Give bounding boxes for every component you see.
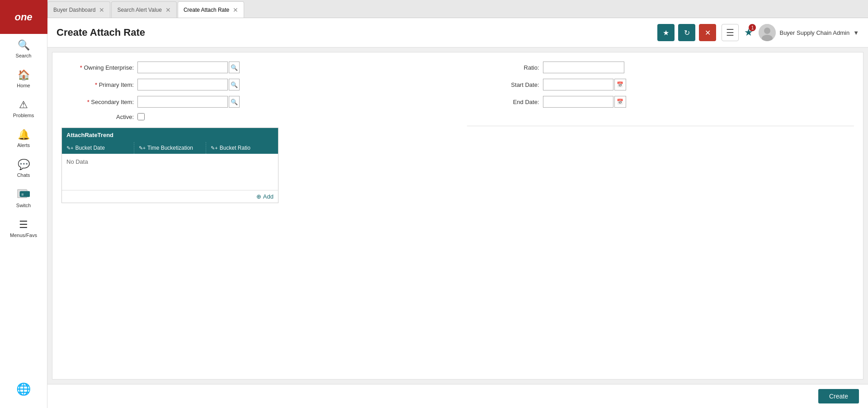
switch-icon: ≡ xyxy=(17,189,30,201)
tab-close-buyer-dashboard[interactable]: ✕ xyxy=(99,6,104,14)
search-icon-owning: 🔍 xyxy=(231,64,238,71)
form-section: * Owning Enterprise: 🔍 * Primary Item: xyxy=(61,62,854,203)
no-data-text: No Data xyxy=(66,158,88,165)
required-marker: * xyxy=(95,81,97,88)
end-date-calendar-button[interactable]: 📅 xyxy=(614,96,626,108)
end-date-input[interactable] xyxy=(543,96,613,108)
app-logo[interactable]: one xyxy=(0,0,47,34)
ratio-label: Ratio: xyxy=(467,64,539,71)
start-date-calendar-button[interactable]: 📅 xyxy=(614,79,626,90)
section-divider xyxy=(467,126,854,126)
menu-icon: ☰ xyxy=(19,219,28,231)
sidebar: one 🔍 Search 🏠 Home ⚠ Problems 🔔 Alerts … xyxy=(0,0,47,408)
primary-item-row: * Primary Item: 🔍 xyxy=(61,79,449,90)
primary-item-input[interactable] xyxy=(137,79,228,90)
sidebar-item-search[interactable]: 🔍 Search xyxy=(0,34,47,64)
calendar-icon-end: 📅 xyxy=(617,99,623,105)
page-footer: Create xyxy=(47,384,868,408)
create-button[interactable]: Create xyxy=(818,389,859,403)
start-date-row: Start Date: 📅 xyxy=(467,79,854,90)
favorite-button[interactable]: ★ xyxy=(657,24,675,41)
required-marker: * xyxy=(80,64,82,71)
sidebar-item-label-switch: Switch xyxy=(16,203,31,208)
close-button[interactable]: ✕ xyxy=(699,24,716,41)
col-label-bucket-ratio: Bucket Ratio xyxy=(220,145,250,151)
sidebar-item-chats[interactable]: 💬 Chats xyxy=(0,153,47,183)
sidebar-item-problems[interactable]: ⚠ Problems xyxy=(0,94,47,123)
owning-enterprise-row: * Owning Enterprise: 🔍 xyxy=(61,62,449,73)
tab-buyer-dashboard[interactable]: Buyer Dashboard ✕ xyxy=(47,1,110,18)
notification-badge: 1 xyxy=(749,24,756,31)
svg-text:≡: ≡ xyxy=(21,192,24,197)
tab-label-create-attach-rate: Create Attach Rate xyxy=(184,7,229,13)
edit-icon-bucket-date: ✎+ xyxy=(66,145,73,151)
header-right: ★ ↻ ✕ ☰ ★ 1 Buyer Supply Chain xyxy=(657,24,859,41)
logo-text: one xyxy=(14,11,32,23)
secondary-item-row: * Secondary Item: 🔍 xyxy=(61,96,449,108)
sidebar-item-alerts[interactable]: 🔔 Alerts xyxy=(0,123,47,153)
search-icon: 🔍 xyxy=(18,39,30,51)
sidebar-item-label-alerts: Alerts xyxy=(17,142,30,148)
sidebar-item-label-search: Search xyxy=(16,53,32,58)
page-header: Create Attach Rate ★ ↻ ✕ ☰ ★ 1 xyxy=(47,18,868,47)
tab-label-search-alert-value: Search Alert Value xyxy=(117,7,162,13)
add-label: Add xyxy=(263,193,274,200)
sidebar-item-home[interactable]: 🏠 Home xyxy=(0,64,47,94)
tab-close-search-alert-value[interactable]: ✕ xyxy=(165,6,171,14)
sidebar-item-label-menus-favs: Menus/Favs xyxy=(10,232,37,238)
tab-search-alert-value[interactable]: Search Alert Value ✕ xyxy=(111,1,177,18)
active-row: Active: xyxy=(61,113,449,120)
sidebar-item-settings[interactable]: 🌐 xyxy=(16,377,31,403)
sidebar-item-menus-favs[interactable]: ☰ Menus/Favs xyxy=(0,213,47,243)
sidebar-item-switch[interactable]: ≡ Switch xyxy=(0,183,47,213)
sidebar-item-label-home: Home xyxy=(17,83,30,88)
col-header-time-bucketization[interactable]: ✎+ Time Bucketization xyxy=(134,142,207,154)
primary-item-search-button[interactable]: 🔍 xyxy=(229,79,240,90)
tab-close-create-attach-rate[interactable]: ✕ xyxy=(233,6,238,14)
home-icon: 🏠 xyxy=(18,69,30,81)
warning-icon: ⚠ xyxy=(19,99,28,111)
main-area: Buyer Dashboard ✕ Search Alert Value ✕ C… xyxy=(47,0,868,408)
hamburger-icon: ☰ xyxy=(726,27,734,38)
table-column-headers: ✎+ Bucket Date ✎+ Time Bucketization ✎+ … xyxy=(62,142,278,154)
end-date-row: End Date: 📅 xyxy=(467,96,854,108)
notification-bell[interactable]: ★ 1 xyxy=(744,27,753,38)
refresh-button[interactable]: ↻ xyxy=(678,24,695,41)
ratio-input[interactable] xyxy=(543,62,624,73)
page-content: * Owning Enterprise: 🔍 * Primary Item: xyxy=(52,52,863,380)
dropdown-arrow-icon: ▼ xyxy=(853,29,859,36)
tab-create-attach-rate[interactable]: Create Attach Rate ✕ xyxy=(178,1,244,18)
add-row-link[interactable]: ⊕ Add xyxy=(256,193,274,200)
user-name: Buyer Supply Chain Admin xyxy=(779,29,849,36)
table-footer: ⊕ Add xyxy=(62,190,278,203)
svg-point-4 xyxy=(764,28,770,34)
owning-enterprise-input[interactable] xyxy=(137,62,228,73)
attach-rate-trend-table: AttachRateTrend ✎+ Bucket Date ✎+ Time B… xyxy=(61,128,278,203)
user-info[interactable]: Buyer Supply Chain Admin ▼ xyxy=(759,24,859,41)
form-left: * Owning Enterprise: 🔍 * Primary Item: xyxy=(61,62,449,203)
secondary-item-input[interactable] xyxy=(137,96,228,108)
ratio-row: Ratio: xyxy=(467,62,854,73)
sidebar-item-label-chats: Chats xyxy=(17,172,30,178)
active-label: Active: xyxy=(61,114,134,120)
secondary-item-label: * Secondary Item: xyxy=(61,99,134,105)
col-header-bucket-ratio[interactable]: ✎+ Bucket Ratio xyxy=(206,142,278,154)
tab-bar: Buyer Dashboard ✕ Search Alert Value ✕ C… xyxy=(47,0,868,18)
start-date-input[interactable] xyxy=(543,79,613,90)
search-icon-secondary: 🔍 xyxy=(231,99,238,105)
avatar xyxy=(759,24,776,41)
active-checkbox[interactable] xyxy=(137,113,145,120)
hamburger-menu-button[interactable]: ☰ xyxy=(722,24,739,41)
table-title: AttachRateTrend xyxy=(62,128,278,142)
owning-enterprise-search-button[interactable]: 🔍 xyxy=(229,62,240,73)
col-label-time-bucketization: Time Bucketization xyxy=(147,145,193,151)
required-marker: * xyxy=(87,99,90,105)
chat-icon: 💬 xyxy=(18,159,30,171)
secondary-item-search-button[interactable]: 🔍 xyxy=(229,96,240,108)
search-icon-primary: 🔍 xyxy=(231,81,238,88)
calendar-icon-start: 📅 xyxy=(617,81,623,88)
table-body: No Data xyxy=(62,154,278,190)
start-date-label: Start Date: xyxy=(467,81,539,88)
col-header-bucket-date[interactable]: ✎+ Bucket Date xyxy=(62,142,134,154)
bell-icon: 🔔 xyxy=(18,129,30,141)
